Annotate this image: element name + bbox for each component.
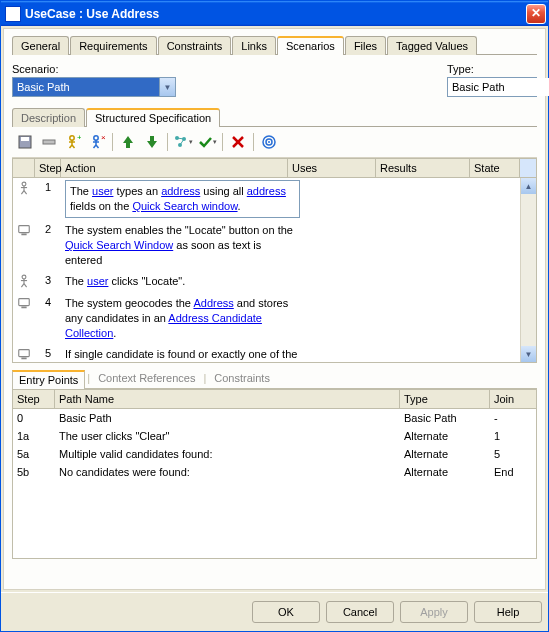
target-icon[interactable] (258, 131, 280, 153)
ok-button[interactable]: OK (252, 601, 320, 623)
chevron-down-icon[interactable]: ▼ (159, 78, 175, 96)
dialog-body: GeneralRequirementsConstraintsLinksScena… (3, 28, 546, 590)
step-row[interactable]: 2The system enables the "Locate" button … (13, 220, 536, 271)
apply-button[interactable]: Apply (400, 601, 468, 623)
step-action[interactable]: If single candidate is found or exactly … (61, 344, 304, 362)
app-icon (5, 6, 21, 22)
step-results[interactable] (392, 178, 486, 184)
step-row[interactable]: 5If single candidate is found or exactly… (13, 344, 536, 362)
glossary-link[interactable]: user (87, 275, 108, 287)
svg-rect-39 (19, 350, 30, 357)
scroll-down-icon[interactable]: ▼ (521, 346, 536, 362)
step-number: 4 (35, 293, 61, 311)
close-button[interactable]: ✕ (526, 4, 546, 24)
bottomtab-constraints[interactable]: Constraints (208, 369, 276, 388)
step-uses[interactable] (304, 220, 392, 226)
cancel-button[interactable]: Cancel (326, 601, 394, 623)
type-combo[interactable]: ▼ (447, 77, 537, 97)
tab-scenarios[interactable]: Scenarios (277, 36, 344, 55)
link-dropdown-icon[interactable]: ▾ (172, 131, 194, 153)
scenario-combo[interactable]: ▼ (12, 77, 176, 97)
step-results[interactable] (392, 271, 486, 277)
bottomtab-entry-points[interactable]: Entry Points (12, 370, 85, 389)
step-uses[interactable] (304, 178, 392, 184)
step-row[interactable]: 3The user clicks "Locate". (13, 271, 536, 293)
separator: | (201, 369, 208, 388)
entry-row[interactable]: 5aMultiple valid candidates found:Altern… (13, 445, 536, 463)
col-ep-step[interactable]: Step (13, 390, 55, 408)
svg-line-13 (96, 145, 99, 148)
glossary-link[interactable]: Quick Search window (132, 200, 237, 212)
svg-line-29 (24, 191, 27, 195)
type-input[interactable] (448, 78, 549, 96)
step-action[interactable]: The system enables the "Locate" button o… (61, 220, 304, 271)
entry-path: Basic Path (55, 409, 400, 427)
step-results[interactable] (392, 344, 486, 350)
col-step[interactable]: Step (35, 159, 61, 177)
entry-row[interactable]: 5bNo candidates were found:AlternateEnd (13, 463, 536, 481)
step-number: 1 (35, 178, 61, 196)
step-results[interactable] (392, 293, 486, 299)
step-uses[interactable] (304, 344, 392, 350)
entry-step: 0 (13, 409, 55, 427)
col-ep-type[interactable]: Type (400, 390, 490, 408)
svg-rect-38 (21, 307, 26, 309)
step-number: 2 (35, 220, 61, 238)
scroll-up-icon[interactable]: ▲ (521, 178, 536, 194)
subtab-description[interactable]: Description (12, 108, 85, 127)
glossary-link[interactable]: address (161, 185, 200, 197)
entry-grid-body: 0Basic PathBasic Path-1aThe user clicks … (13, 409, 536, 481)
new-actor-step-icon[interactable]: + (62, 131, 84, 153)
step-uses[interactable] (304, 271, 392, 277)
vertical-scrollbar[interactable]: ▲ ▼ (520, 178, 536, 362)
check-dropdown-icon[interactable]: ▾ (196, 131, 218, 153)
entry-type: Alternate (400, 463, 490, 481)
tool-icon[interactable] (38, 131, 60, 153)
step-uses[interactable] (304, 293, 392, 299)
arrow-up-icon[interactable] (117, 131, 139, 153)
actor-system-icon (13, 220, 35, 242)
svg-line-35 (21, 284, 24, 288)
step-row[interactable]: 1The user types an address using all add… (13, 178, 536, 220)
entry-row[interactable]: 0Basic PathBasic Path- (13, 409, 536, 427)
svg-rect-37 (19, 299, 30, 306)
save-icon[interactable] (14, 131, 36, 153)
tab-files[interactable]: Files (345, 36, 386, 55)
tab-constraints[interactable]: Constraints (158, 36, 232, 55)
tab-requirements[interactable]: Requirements (70, 36, 156, 55)
subtab-structured-specification[interactable]: Structured Specification (86, 108, 220, 127)
scroll-header (520, 159, 536, 177)
entry-grid-header: Step Path Name Type Join (13, 390, 536, 409)
col-ep-path[interactable]: Path Name (55, 390, 400, 408)
glossary-link[interactable]: Quick Search Window (65, 239, 173, 251)
col-results[interactable]: Results (376, 159, 470, 177)
step-row[interactable]: 4The system geocodes the Address and sto… (13, 293, 536, 344)
tab-tagged-values[interactable]: Tagged Values (387, 36, 477, 55)
delete-icon[interactable] (227, 131, 249, 153)
col-ep-join[interactable]: Join (490, 390, 536, 408)
entry-row[interactable]: 1aThe user clicks "Clear"Alternate1 (13, 427, 536, 445)
bottomtab-context-references[interactable]: Context References (92, 369, 201, 388)
scenario-input[interactable] (13, 78, 159, 96)
step-results[interactable] (392, 220, 486, 226)
step-action[interactable]: The system geocodes the Address and stor… (61, 293, 304, 344)
entry-join: - (490, 409, 536, 427)
step-action[interactable]: The user clicks "Locate". (61, 271, 304, 292)
svg-point-32 (22, 275, 26, 279)
arrow-down-icon[interactable] (141, 131, 163, 153)
actor-user-icon (13, 178, 35, 200)
tab-general[interactable]: General (12, 36, 69, 55)
col-state[interactable]: State (470, 159, 520, 177)
new-system-step-icon[interactable]: × (86, 131, 108, 153)
glossary-link[interactable]: user (92, 185, 113, 197)
glossary-link[interactable]: address (247, 185, 286, 197)
svg-line-36 (24, 284, 27, 288)
glossary-link[interactable]: Address (193, 297, 233, 309)
svg-text:+: + (77, 134, 81, 142)
tab-links[interactable]: Links (232, 36, 276, 55)
help-button[interactable]: Help (474, 601, 542, 623)
step-action[interactable]: The user types an address using all addr… (61, 178, 304, 220)
glossary-link[interactable]: Address Candidate Collection (65, 312, 262, 339)
col-action[interactable]: Action (61, 159, 288, 177)
col-uses[interactable]: Uses (288, 159, 376, 177)
